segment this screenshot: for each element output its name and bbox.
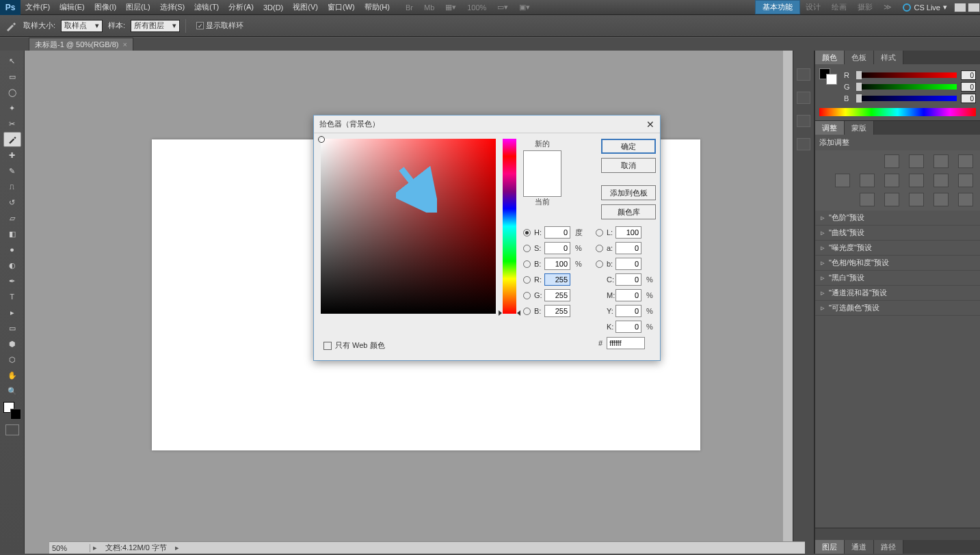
m-input[interactable] <box>615 289 641 301</box>
status-menu-icon[interactable]: ▸ <box>90 543 100 552</box>
radio-g[interactable] <box>523 292 531 299</box>
menu-image[interactable]: 图像(I) <box>90 2 121 12</box>
c-input[interactable] <box>615 273 641 286</box>
dock-char-icon[interactable] <box>797 115 810 127</box>
dock-minibridge-icon[interactable] <box>797 68 810 81</box>
tab-layers[interactable]: 图层 <box>815 540 845 554</box>
close-tab-icon[interactable]: × <box>122 40 127 49</box>
tab-adjustments[interactable]: 调整 <box>815 121 845 135</box>
brgb-input[interactable] <box>544 305 570 317</box>
workspace-basic[interactable]: 基本功能 <box>755 0 800 14</box>
window-min-icon[interactable] <box>954 3 966 12</box>
a-input[interactable] <box>615 242 641 254</box>
r-input[interactable] <box>544 273 570 286</box>
k-input[interactable] <box>615 321 641 333</box>
workspace-photo[interactable]: 摄影 <box>852 2 878 12</box>
menu-window[interactable]: 窗口(W) <box>323 2 360 12</box>
toolbar-br-icon[interactable]: Br <box>400 3 419 12</box>
adj-vibrance-icon[interactable] <box>835 174 850 187</box>
ok-button[interactable]: 确定 <box>601 139 656 154</box>
color-cursor[interactable] <box>318 136 325 143</box>
dodge-tool[interactable]: ◐ <box>3 258 21 273</box>
marquee-tool[interactable]: ▭ <box>3 69 21 84</box>
color-ramp[interactable] <box>819 108 976 116</box>
g-input[interactable] <box>544 289 570 301</box>
radio-r[interactable] <box>523 276 531 284</box>
toolbar-arrange-icon[interactable]: ▣▾ <box>514 3 535 12</box>
r-slider[interactable] <box>856 72 957 78</box>
window-max-icon[interactable] <box>968 3 980 12</box>
menu-view[interactable]: 视图(V) <box>288 2 323 12</box>
radio-s[interactable] <box>523 245 531 252</box>
status-more-icon[interactable]: ▸ <box>172 543 182 552</box>
tab-paths[interactable]: 路径 <box>874 540 903 554</box>
hue-slider[interactable] <box>503 139 516 314</box>
radio-b-hsv[interactable] <box>523 260 531 268</box>
toolbar-mb-icon[interactable]: Mb <box>419 3 440 12</box>
eraser-tool[interactable]: ▱ <box>3 211 21 226</box>
r-value-input[interactable] <box>961 70 976 80</box>
workspace-paint[interactable]: 绘画 <box>826 2 852 12</box>
adj-mixer-icon[interactable] <box>958 174 973 187</box>
zoom-tool[interactable]: 🔍 <box>3 383 21 398</box>
quick-select-tool[interactable]: ✦ <box>3 100 21 116</box>
gradient-tool[interactable]: ◧ <box>3 226 21 241</box>
dock-history-icon[interactable] <box>797 92 810 104</box>
menu-edit[interactable]: 编辑(E) <box>55 2 90 12</box>
cslive-button[interactable]: CS Live ▾ <box>897 3 953 12</box>
menu-help[interactable]: 帮助(H) <box>360 2 395 12</box>
lasso-tool[interactable]: ◯ <box>3 85 21 100</box>
menu-file[interactable]: 文件(F) <box>21 2 55 12</box>
menu-layer[interactable]: 图层(L) <box>121 2 155 12</box>
blur-tool[interactable]: ● <box>3 242 21 257</box>
preset-selective[interactable]: ▹"可选颜色"预设 <box>815 301 980 316</box>
color-libraries-button[interactable]: 颜色库 <box>601 204 656 219</box>
adj-gradient-map-icon[interactable] <box>933 193 949 206</box>
preset-bw[interactable]: ▹"黑白"预设 <box>815 271 980 286</box>
y-input[interactable] <box>615 305 641 317</box>
3d-camera-tool[interactable]: ⬡ <box>3 352 21 367</box>
toolbar-screenmode-icon[interactable]: ▭▾ <box>492 3 514 12</box>
menu-filter[interactable]: 滤镜(T) <box>189 2 224 12</box>
document-tab[interactable]: 未标题-1 @ 50%(RGB/8) × <box>29 38 133 51</box>
preset-levels[interactable]: ▹"色阶"预设 <box>815 211 980 226</box>
foreground-background-swatch[interactable] <box>3 402 21 420</box>
preset-curves[interactable]: ▹"曲线"预设 <box>815 226 980 241</box>
adj-brightness-icon[interactable] <box>884 154 899 168</box>
panel-fgbg[interactable] <box>819 68 838 85</box>
radio-b-lab[interactable] <box>596 260 603 268</box>
radio-l[interactable] <box>596 229 603 236</box>
adj-selective-icon[interactable] <box>958 193 973 206</box>
menu-analysis[interactable]: 分析(A) <box>224 2 259 12</box>
adj-threshold-icon[interactable] <box>909 193 924 206</box>
tab-masks[interactable]: 蒙版 <box>845 121 874 135</box>
adj-posterize-icon[interactable] <box>884 193 899 206</box>
workspace-design[interactable]: 设计 <box>800 2 826 12</box>
menu-select[interactable]: 选择(S) <box>155 2 190 12</box>
hex-input[interactable] <box>607 337 645 349</box>
adj-invert-icon[interactable] <box>860 193 875 206</box>
preset-hue[interactable]: ▹"色相/饱和度"预设 <box>815 256 980 271</box>
move-tool[interactable]: ↖ <box>3 53 21 68</box>
bhsv-input[interactable] <box>544 258 570 270</box>
brush-tool[interactable]: ✎ <box>3 163 21 178</box>
adj-levels-icon[interactable] <box>909 154 924 168</box>
sample-size-select[interactable]: 取样点 <box>61 20 103 32</box>
adj-curves-icon[interactable] <box>933 154 949 168</box>
toolbar-grid-icon[interactable]: ▦▾ <box>440 3 462 12</box>
adj-exposure-icon[interactable] <box>958 154 973 168</box>
adj-balance-icon[interactable] <box>884 174 899 187</box>
status-zoom[interactable]: 50% <box>49 544 90 552</box>
sample-select[interactable]: 所有图层 <box>131 20 180 32</box>
background-color[interactable] <box>10 409 21 420</box>
add-swatch-button[interactable]: 添加到色板 <box>601 185 656 200</box>
b-slider[interactable] <box>856 96 957 101</box>
l-input[interactable] <box>615 226 641 239</box>
tab-color[interactable]: 颜色 <box>815 51 845 64</box>
h-input[interactable] <box>544 226 570 239</box>
blab-input[interactable] <box>615 258 641 270</box>
stamp-tool[interactable]: ⎍ <box>3 179 21 194</box>
history-brush-tool[interactable]: ↺ <box>3 195 21 210</box>
radio-a[interactable] <box>596 245 603 252</box>
workspace-more-icon[interactable]: ≫ <box>878 3 897 12</box>
